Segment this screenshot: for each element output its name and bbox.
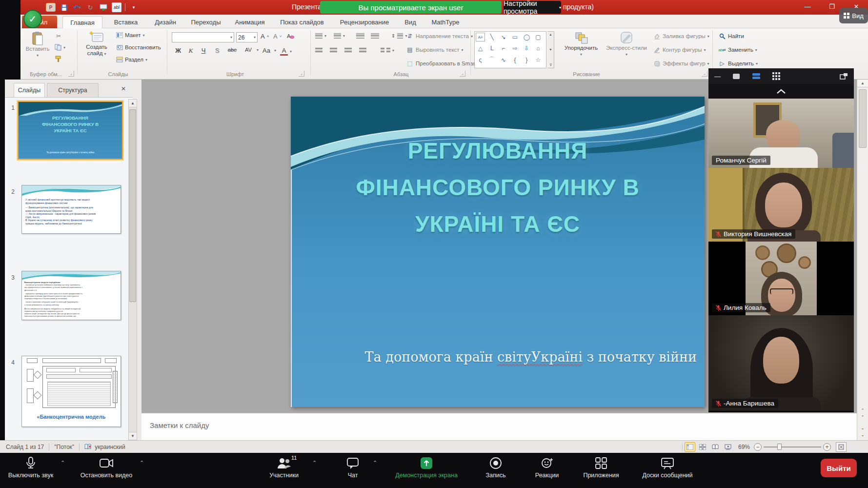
fit-to-window-button[interactable] <box>836 442 847 452</box>
scroll-down-icon[interactable]: ▼ <box>129 432 137 440</box>
scroll-down-icon[interactable]: ▼ <box>549 48 552 51</box>
grow-font-button[interactable]: A˄ <box>261 33 269 40</box>
tab-design[interactable]: Дизайн <box>149 16 182 28</box>
chat-button[interactable]: Чат <box>337 457 369 479</box>
language-indicator[interactable]: украинский <box>95 444 125 450</box>
zoom-slider-thumb[interactable] <box>777 444 782 450</box>
reset-button[interactable]: Восстановить <box>116 44 161 50</box>
zoom-in-button[interactable]: + <box>823 443 831 451</box>
scrollbar-thumb[interactable] <box>859 89 867 148</box>
mute-button[interactable]: Выключить звук <box>5 457 57 479</box>
underline-button[interactable]: Ч <box>198 47 209 54</box>
strikethrough-button[interactable]: abe <box>225 47 239 53</box>
tab-view[interactable]: Вид <box>399 16 422 28</box>
previous-slide-button[interactable]: ⌃⌃ <box>857 407 868 421</box>
slide-thumbnail-1[interactable]: РЕГУЛЮВАННЯ ФІНАНСОВОГО РИНКУ В УКРАЇНІ … <box>18 101 123 160</box>
scrollbar-thumb[interactable] <box>129 109 136 302</box>
stop-video-button[interactable]: Остановить видео <box>77 457 136 479</box>
slide-thumbnail-4[interactable]: «Банкоцентрична модель <box>21 356 121 427</box>
record-button[interactable]: Запись <box>481 457 511 479</box>
reactions-button[interactable]: Реакции <box>529 457 565 479</box>
select-button[interactable]: ▷Выделить▾ <box>718 60 758 67</box>
close-pane-button[interactable]: ✕ <box>121 85 126 92</box>
main-scrollbar[interactable]: ▲ ⌃⌃ ⌄⌄ <box>857 80 868 440</box>
bold-button[interactable]: Ж <box>173 47 183 54</box>
tab-home[interactable]: Главная <box>62 16 102 28</box>
save-icon[interactable] <box>59 2 69 12</box>
tab-transitions[interactable]: Переходы <box>186 16 225 28</box>
chat-options-chevron[interactable]: ⌃ <box>373 460 377 466</box>
shape-right-arrow-icon[interactable]: ⇨ <box>510 44 520 53</box>
shape-brace-right-icon[interactable]: } <box>522 56 531 64</box>
paste-button[interactable]: Вставить▾ <box>24 31 51 59</box>
sidebar-scrollbar[interactable]: ▲ ▼ <box>128 99 137 440</box>
participant-video-2[interactable]: Виктория Вишневская <box>708 168 854 242</box>
minimize-button[interactable]: — <box>800 0 815 13</box>
increase-indent-button[interactable] <box>371 33 379 39</box>
clipboard-dialog-launcher[interactable]: ⌟ <box>68 71 74 77</box>
language-abl-icon[interactable]: abl <box>112 2 121 12</box>
shrink-font-button[interactable]: A˅ <box>273 33 282 40</box>
justify-button[interactable] <box>359 48 366 53</box>
layout-button[interactable]: Макет▾ <box>116 32 145 38</box>
redo-icon[interactable]: ↻ <box>85 2 95 12</box>
scroll-up-icon[interactable]: ▲ <box>549 33 552 36</box>
shape-elbow-icon[interactable]: 𝖫 <box>487 44 497 53</box>
cut-button[interactable]: ✂ <box>55 32 62 40</box>
shape-outline-button[interactable]: Контур фигуры▾ <box>653 46 706 54</box>
participants-button[interactable]: 11 Участники <box>263 457 304 479</box>
panel-minimize-icon[interactable]: — <box>714 73 721 80</box>
leave-meeting-button[interactable]: Выйти <box>821 459 857 477</box>
shapes-gallery-scroll[interactable]: ▲ ▼ ⊽ <box>547 31 554 68</box>
tab-slides-pane[interactable]: Слайды <box>14 83 45 97</box>
text-shadow-button[interactable]: S <box>212 47 222 54</box>
shape-triangle-icon[interactable]: △ <box>476 44 485 53</box>
spelling-status-icon[interactable] <box>84 444 92 450</box>
shape-rectangle-icon[interactable]: ▭ <box>510 33 520 41</box>
video-options-chevron[interactable]: ⌃ <box>140 460 144 466</box>
shape-rounded-rect-icon[interactable]: ▢ <box>533 33 543 41</box>
zoom-view-button[interactable]: Вид <box>839 8 868 23</box>
zoom-out-button[interactable]: − <box>754 443 762 451</box>
italic-button[interactable]: К <box>185 47 196 55</box>
participants-options-chevron[interactable]: ⌃ <box>312 460 317 466</box>
shape-textbox-icon[interactable]: A≡ <box>476 33 485 41</box>
font-name-combo[interactable]: ▾ <box>172 32 234 42</box>
participant-video-4[interactable]: -Анна Баришева <box>708 315 854 411</box>
participant-video-1[interactable]: Романчук Сергій <box>708 99 854 168</box>
next-slide-button[interactable]: ⌄⌄ <box>857 425 868 438</box>
columns-button[interactable]: ▾ <box>381 48 394 53</box>
quick-styles-button[interactable]: Экспресс-стили▾ <box>604 31 649 58</box>
tab-outline-pane[interactable]: Структура <box>47 83 99 97</box>
drawing-dialog-launcher[interactable]: ⌟ <box>702 71 707 77</box>
bullets-button[interactable]: ▾ <box>315 33 326 39</box>
scroll-up-icon[interactable]: ▲ <box>857 80 868 87</box>
gallery-view-icon[interactable] <box>772 72 780 80</box>
qat-customize-icon[interactable]: ▾ <box>129 2 139 12</box>
tab-insert[interactable]: Вставка <box>107 16 144 28</box>
participant-video-3[interactable]: Лилия Коваль <box>708 242 854 315</box>
slideshow-view-button[interactable] <box>723 442 733 452</box>
font-dialog-launcher[interactable]: ⌟ <box>299 71 304 77</box>
tab-animations[interactable]: Анимация <box>230 16 269 28</box>
shape-arc-icon[interactable]: ⌒ <box>487 56 497 64</box>
gallery-more-icon[interactable]: ⊽ <box>549 63 552 67</box>
shape-curve-icon[interactable]: ∿ <box>499 56 508 64</box>
paragraph-dialog-launcher[interactable]: ⌟ <box>460 71 465 77</box>
align-text-button[interactable]: ▤Выровнять текст▾ <box>406 46 464 54</box>
shape-fill-button[interactable]: Заливка фигуры▾ <box>653 32 709 40</box>
slide-thumbnail-3[interactable]: Банкоцентрична модель передбачає: - банк… <box>21 271 121 320</box>
replace-button[interactable]: ab⇄Заменить▾ <box>718 46 757 54</box>
start-slideshow-icon[interactable] <box>99 2 108 12</box>
scroll-up-icon[interactable]: ▲ <box>129 100 137 107</box>
copy-button[interactable]: ▾ <box>55 44 65 51</box>
format-painter-button[interactable] <box>55 56 61 62</box>
new-slide-button[interactable]: Создатьслайд ▾ <box>81 31 112 57</box>
current-slide[interactable]: РЕГУЛЮВАННЯ ФІНАНСОВОГО РИНКУ В УКРАЇНІ … <box>291 97 705 407</box>
shape-effects-button[interactable]: Эффекты фигур▾ <box>653 60 709 67</box>
change-case-button[interactable]: Aa▾ <box>261 47 276 54</box>
shape-brace-left-icon[interactable]: { <box>510 56 520 64</box>
clear-formatting-button[interactable]: A <box>287 33 294 39</box>
shape-scribble-icon[interactable]: ς <box>476 56 485 64</box>
popout-panel-icon[interactable] <box>840 73 848 80</box>
